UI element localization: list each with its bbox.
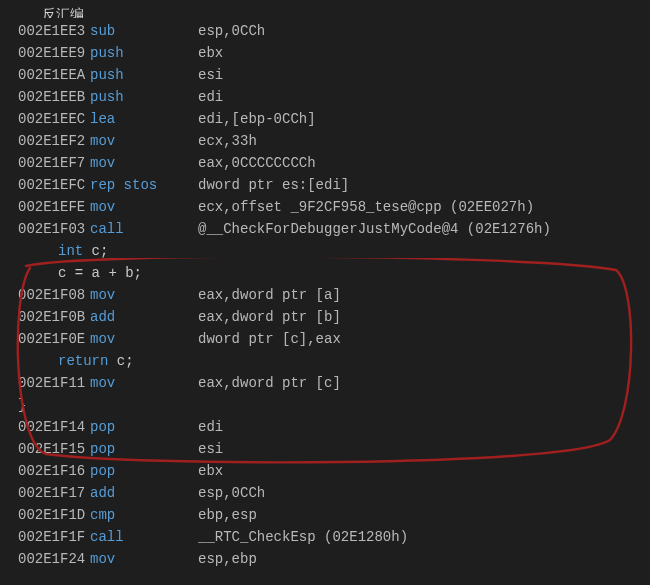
mnemonic: call: [90, 526, 198, 548]
mnemonic: push: [90, 42, 198, 64]
address: 002E1F1F: [0, 526, 90, 548]
address: 002E1F03: [0, 218, 90, 240]
address: 002E1F0E: [0, 328, 90, 350]
address: 002E1EEC: [0, 108, 90, 130]
asm-line[interactable]: 002E1F15popesi: [0, 438, 650, 460]
mnemonic: rep stos: [90, 174, 198, 196]
operands: dword ptr [c],eax: [198, 328, 650, 350]
mnemonic: mov: [90, 284, 198, 306]
operands: ebx: [198, 460, 650, 482]
disassembly-code-area[interactable]: 反汇编 002E1EE3subesp,0CCh002E1EE9pushebx00…: [0, 0, 650, 570]
source-line[interactable]: return c;: [0, 350, 650, 372]
brace-line[interactable]: }: [0, 394, 650, 416]
mnemonic: mov: [90, 372, 198, 394]
operands: dword ptr es:[edi]: [198, 174, 650, 196]
mnemonic: add: [90, 306, 198, 328]
asm-line[interactable]: 002E1F17addesp,0CCh: [0, 482, 650, 504]
panel-title-fragment: 反汇编: [0, 6, 650, 18]
asm-line[interactable]: 002E1F0Baddeax,dword ptr [b]: [0, 306, 650, 328]
address: 002E1F0B: [0, 306, 90, 328]
mnemonic: mov: [90, 196, 198, 218]
address: 002E1EF7: [0, 152, 90, 174]
mnemonic: mov: [90, 548, 198, 570]
mnemonic: mov: [90, 152, 198, 174]
address: 002E1F17: [0, 482, 90, 504]
mnemonic: mov: [90, 328, 198, 350]
operands: esp,0CCh: [198, 482, 650, 504]
address: 002E1F1D: [0, 504, 90, 526]
address: 002E1F16: [0, 460, 90, 482]
operands: ebp,esp: [198, 504, 650, 526]
address: 002E1F11: [0, 372, 90, 394]
mnemonic: sub: [90, 20, 198, 42]
mnemonic: push: [90, 64, 198, 86]
asm-line[interactable]: 002E1EECleaedi,[ebp-0CCh]: [0, 108, 650, 130]
operands: __RTC_CheckEsp (02E1280h): [198, 526, 650, 548]
address: 002E1EFC: [0, 174, 90, 196]
asm-line[interactable]: 002E1EEBpushedi: [0, 86, 650, 108]
operands: ecx,33h: [198, 130, 650, 152]
mnemonic: pop: [90, 416, 198, 438]
mnemonic: add: [90, 482, 198, 504]
keyword: return: [58, 350, 108, 372]
source-text: c;: [83, 240, 108, 262]
asm-line[interactable]: 002E1F14popedi: [0, 416, 650, 438]
address: 002E1EEA: [0, 64, 90, 86]
mnemonic: lea: [90, 108, 198, 130]
operands: eax,dword ptr [a]: [198, 284, 650, 306]
address: 002E1EFE: [0, 196, 90, 218]
operands: eax,0CCCCCCCCh: [198, 152, 650, 174]
mnemonic: cmp: [90, 504, 198, 526]
asm-line[interactable]: 002E1EF7moveax,0CCCCCCCCh: [0, 152, 650, 174]
address: 002E1F08: [0, 284, 90, 306]
address: 002E1F24: [0, 548, 90, 570]
source-line[interactable]: c = a + b;: [0, 262, 650, 284]
mnemonic: call: [90, 218, 198, 240]
address: 002E1F14: [0, 416, 90, 438]
mnemonic: pop: [90, 438, 198, 460]
operands: @__CheckForDebuggerJustMyCode@4 (02E1276…: [198, 218, 650, 240]
asm-line[interactable]: 002E1F08moveax,dword ptr [a]: [0, 284, 650, 306]
operands: edi,[ebp-0CCh]: [198, 108, 650, 130]
operands: edi: [198, 416, 650, 438]
asm-line[interactable]: 002E1EFCrep stosdword ptr es:[edi]: [0, 174, 650, 196]
operands: edi: [198, 86, 650, 108]
operands: esp,ebp: [198, 548, 650, 570]
asm-line[interactable]: 002E1EEApushesi: [0, 64, 650, 86]
asm-line[interactable]: 002E1F24movesp,ebp: [0, 548, 650, 570]
asm-line[interactable]: 002E1F11moveax,dword ptr [c]: [0, 372, 650, 394]
operands: esi: [198, 64, 650, 86]
asm-line[interactable]: 002E1EE3subesp,0CCh: [0, 20, 650, 42]
asm-line[interactable]: 002E1F0Emovdword ptr [c],eax: [0, 328, 650, 350]
asm-line[interactable]: 002E1EE9pushebx: [0, 42, 650, 64]
mnemonic: mov: [90, 130, 198, 152]
operands: eax,dword ptr [c]: [198, 372, 650, 394]
keyword: int: [58, 240, 83, 262]
asm-line[interactable]: 002E1EFEmovecx,offset _9F2CF958_tese@cpp…: [0, 196, 650, 218]
asm-line[interactable]: 002E1F03call@__CheckForDebuggerJustMyCod…: [0, 218, 650, 240]
asm-line[interactable]: 002E1F16popebx: [0, 460, 650, 482]
operands: esp,0CCh: [198, 20, 650, 42]
source-text: c = a + b;: [58, 262, 142, 284]
address: 002E1EF2: [0, 130, 90, 152]
address: 002E1EEB: [0, 86, 90, 108]
source-line[interactable]: int c;: [0, 240, 650, 262]
address: 002E1EE3: [0, 20, 90, 42]
address: 002E1F15: [0, 438, 90, 460]
source-text: c;: [108, 350, 133, 372]
mnemonic: push: [90, 86, 198, 108]
operands: ecx,offset _9F2CF958_tese@cpp (02EE027h): [198, 196, 650, 218]
operands: ebx: [198, 42, 650, 64]
mnemonic: pop: [90, 460, 198, 482]
disassembly-panel: 反汇编 002E1EE3subesp,0CCh002E1EE9pushebx00…: [0, 0, 650, 585]
operands: esi: [198, 438, 650, 460]
asm-line[interactable]: 002E1F1Fcall__RTC_CheckEsp (02E1280h): [0, 526, 650, 548]
asm-line[interactable]: 002E1F1Dcmpebp,esp: [0, 504, 650, 526]
operands: eax,dword ptr [b]: [198, 306, 650, 328]
asm-line[interactable]: 002E1EF2movecx,33h: [0, 130, 650, 152]
address: 002E1EE9: [0, 42, 90, 64]
